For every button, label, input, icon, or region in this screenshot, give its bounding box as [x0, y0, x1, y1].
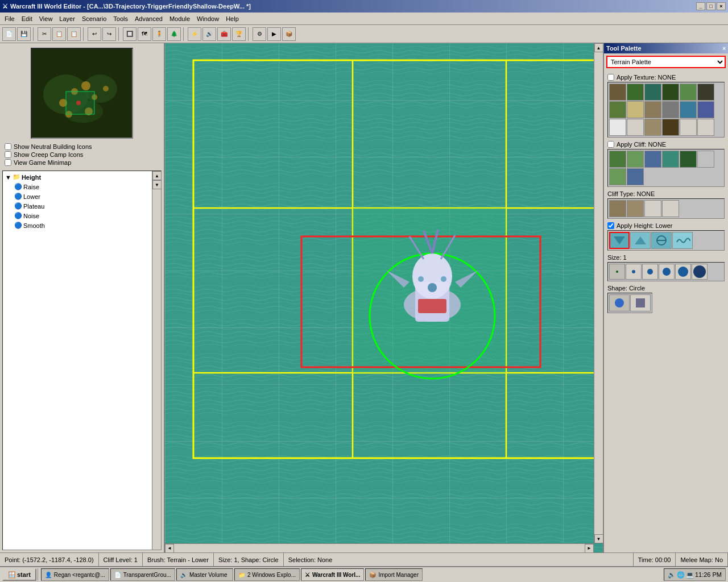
texture-cell-5[interactable]: [697, 84, 714, 101]
texture-cell-9[interactable]: [662, 101, 679, 118]
scroll-down-btn[interactable]: ▼: [152, 180, 162, 189]
tb-campaign[interactable]: 🏆: [232, 27, 246, 41]
menu-window[interactable]: Window: [193, 14, 222, 23]
cliff-cell-2[interactable]: [644, 151, 661, 168]
tb-object[interactable]: 🧰: [217, 27, 231, 41]
vscroll-down[interactable]: ▼: [594, 534, 603, 543]
cliff-cell-5[interactable]: [697, 151, 714, 168]
palette-close-button[interactable]: ×: [722, 45, 726, 52]
tb-paste[interactable]: 📋: [67, 27, 81, 41]
tree-item-smooth[interactable]: 🔵 Smooth: [5, 221, 150, 230]
tb-terrain[interactable]: 🗺: [138, 27, 151, 41]
height-cell-lower[interactable]: [609, 232, 630, 249]
checkbox-minimap-input[interactable]: [5, 159, 11, 166]
tree-item-noise[interactable]: 🔵 Noise: [5, 211, 150, 221]
tb-sound[interactable]: 🔊: [202, 27, 216, 41]
menu-edit[interactable]: Edit: [18, 14, 36, 23]
texture-cell-12[interactable]: [609, 119, 626, 136]
size-cell-5[interactable]: [675, 264, 691, 280]
tb-unit[interactable]: 🧍: [152, 27, 166, 41]
taskbar-import[interactable]: 📦 Import Manager: [365, 568, 423, 581]
height-cell-noise[interactable]: [672, 232, 693, 249]
tb-undo[interactable]: ↩: [88, 27, 101, 41]
taskbar-warcraft[interactable]: ⚔ Warcraft III Worl...: [301, 568, 364, 581]
tb-new[interactable]: 📄: [2, 27, 16, 41]
texture-cell-17[interactable]: [697, 119, 714, 136]
texture-cell-16[interactable]: [680, 119, 697, 136]
height-cell-raise[interactable]: [630, 232, 651, 249]
vscroll-track[interactable]: [594, 52, 603, 534]
shape-cell-circle[interactable]: [609, 294, 630, 311]
apply-cliff-checkbox[interactable]: [607, 141, 614, 148]
texture-cell-6[interactable]: [609, 101, 626, 118]
tree-item-plateau[interactable]: 🔵 Plateau: [5, 201, 150, 211]
tb-redo[interactable]: ↪: [102, 27, 116, 41]
tb-copy[interactable]: 📋: [52, 27, 66, 41]
size-cell-2[interactable]: [626, 264, 642, 280]
size-cell-6[interactable]: [692, 264, 708, 280]
cliff-cell-0[interactable]: [609, 151, 626, 168]
texture-cell-11[interactable]: [697, 101, 714, 118]
hscroll-left[interactable]: ◄: [165, 544, 174, 553]
cliff-cell-6[interactable]: [609, 168, 626, 185]
tb-import[interactable]: 📦: [282, 27, 296, 41]
menu-advanced[interactable]: Advanced: [131, 14, 166, 23]
menu-module[interactable]: Module: [166, 14, 193, 23]
taskbar-volume[interactable]: 🔊 Master Volume: [176, 568, 233, 581]
texture-cell-8[interactable]: [644, 101, 661, 118]
tree-item-lower[interactable]: 🔵 Lower: [5, 192, 150, 201]
texture-cell-1[interactable]: [627, 84, 644, 101]
cliff-cell-4[interactable]: [680, 151, 697, 168]
scroll-up-btn[interactable]: ▲: [152, 171, 162, 180]
texture-cell-4[interactable]: [680, 84, 697, 101]
cliff-type-cell-0[interactable]: [609, 200, 626, 217]
viewport-hscroll[interactable]: ◄ ►: [165, 543, 594, 552]
tb-save[interactable]: 💾: [17, 27, 31, 41]
taskbar-regan[interactable]: 👤 Regan <regantc@...: [41, 568, 109, 581]
tb-doodad[interactable]: 🌲: [167, 27, 181, 41]
tb-select[interactable]: 🔲: [123, 27, 136, 41]
size-cell-3[interactable]: [642, 264, 658, 280]
texture-cell-13[interactable]: [627, 119, 644, 136]
close-button[interactable]: ×: [717, 2, 726, 10]
texture-cell-14[interactable]: [644, 119, 661, 136]
texture-cell-3[interactable]: [662, 84, 679, 101]
cliff-cell-3[interactable]: [662, 151, 679, 168]
taskbar-transparent[interactable]: 📄 TransparentGrou...: [110, 568, 175, 581]
texture-cell-10[interactable]: [680, 101, 697, 118]
hscroll-right[interactable]: ►: [585, 544, 594, 553]
palette-dropdown-select[interactable]: Terrain Palette Unit Palette Doodad Pale…: [606, 56, 726, 68]
tb-cut[interactable]: ✂: [38, 27, 51, 41]
menu-scenario[interactable]: Scenario: [78, 14, 110, 23]
tb-map-settings[interactable]: ⚙: [253, 27, 266, 41]
cliff-type-cell-3[interactable]: [662, 200, 679, 217]
menu-layer[interactable]: Layer: [56, 14, 78, 23]
menu-view[interactable]: View: [36, 14, 56, 23]
viewport-vscroll[interactable]: ▲ ▼: [594, 43, 603, 543]
size-cell-4[interactable]: [659, 264, 675, 280]
menu-file[interactable]: File: [1, 14, 18, 23]
height-cell-plateau[interactable]: [651, 232, 672, 249]
shape-cell-square[interactable]: [630, 294, 651, 311]
cliff-cell-1[interactable]: [627, 151, 644, 168]
texture-cell-0[interactable]: [609, 84, 626, 101]
size-cell-1[interactable]: [609, 264, 625, 280]
tb-trigger[interactable]: ⚡: [188, 27, 201, 41]
menu-help[interactable]: Help: [222, 14, 242, 23]
vscroll-up[interactable]: ▲: [594, 43, 603, 52]
tree-expand-icon[interactable]: ▼: [5, 174, 11, 181]
checkbox-creep-input[interactable]: [5, 151, 11, 158]
menu-tools[interactable]: Tools: [110, 14, 131, 23]
viewport[interactable]: ◄ ► ▲ ▼: [165, 43, 603, 552]
tree-item-raise[interactable]: 🔵 Raise: [5, 182, 150, 192]
maximize-button[interactable]: □: [706, 2, 715, 10]
cliff-type-cell-2[interactable]: [644, 200, 661, 217]
minimize-button[interactable]: _: [696, 2, 705, 10]
taskbar-explorer[interactable]: 📁 2 Windows Explo...: [234, 568, 300, 581]
texture-cell-2[interactable]: [644, 84, 661, 101]
tb-test-map[interactable]: ▶: [267, 27, 281, 41]
cliff-type-cell-1[interactable]: [627, 200, 644, 217]
apply-height-checkbox[interactable]: [607, 222, 614, 229]
texture-cell-7[interactable]: [627, 101, 644, 118]
start-button[interactable]: 🪟 start: [2, 568, 36, 581]
